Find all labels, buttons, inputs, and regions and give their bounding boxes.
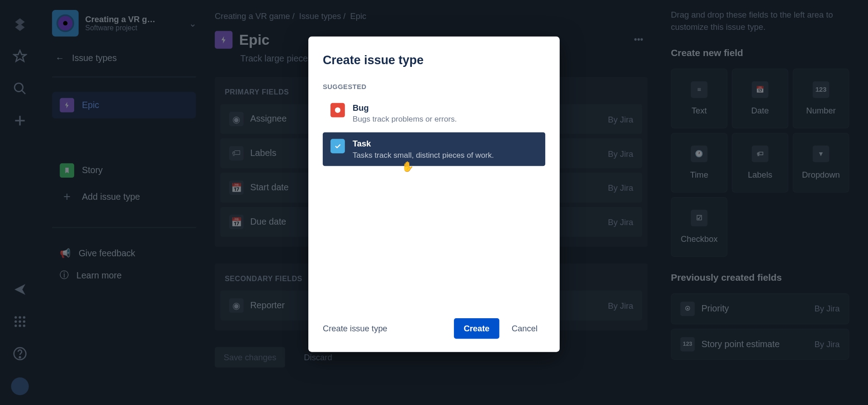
create-issue-type-modal: Create issue type SUGGESTED Bug Bugs tra… xyxy=(308,37,560,352)
create-custom-issue-type-link[interactable]: Create issue type xyxy=(323,324,387,333)
option-description: Tasks track small, distinct pieces of wo… xyxy=(353,151,494,160)
create-button[interactable]: Create xyxy=(454,318,500,339)
cancel-button[interactable]: Cancel xyxy=(504,318,545,339)
suggested-label: SUGGESTED xyxy=(323,83,545,91)
issue-type-option-bug[interactable]: Bug Bugs track problems or errors. xyxy=(323,96,545,130)
option-title: Bug xyxy=(353,103,457,113)
option-title: Task xyxy=(353,139,494,148)
task-icon xyxy=(330,139,345,153)
issue-type-option-task[interactable]: Task Tasks track small, distinct pieces … xyxy=(323,132,545,166)
modal-title: Create issue type xyxy=(323,53,545,68)
option-description: Bugs track problems or errors. xyxy=(353,114,457,123)
bug-icon xyxy=(330,103,345,118)
